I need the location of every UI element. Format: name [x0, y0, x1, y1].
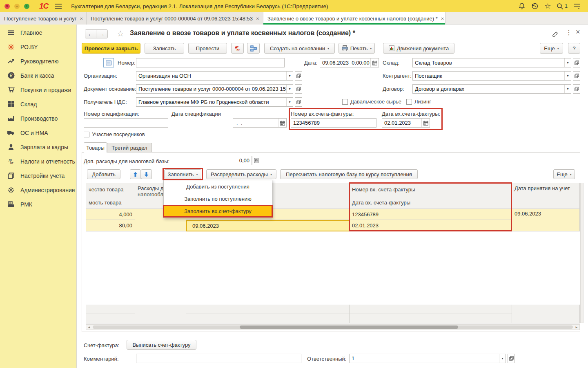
contract-open-icon[interactable] — [573, 84, 580, 94]
caret-down-icon[interactable]: ▾ — [286, 85, 293, 93]
caret-down-icon[interactable]: ▾ — [286, 98, 293, 106]
sidebar-item-rukovoditelyu[interactable]: Руководителю — [0, 54, 76, 68]
post-button[interactable]: Провести — [188, 43, 227, 54]
comment-input[interactable] — [136, 354, 301, 363]
menu-item-fill-by-receipt[interactable]: Заполнить по поступлению — [164, 193, 272, 205]
warehouse-open-icon[interactable] — [573, 58, 580, 67]
caret-down-icon[interactable]: ▾ — [564, 72, 571, 80]
responsible-combo[interactable]: 1 ▾ — [349, 354, 506, 363]
close-form-icon[interactable]: × — [576, 28, 580, 36]
in-invoice-number-input[interactable] — [291, 118, 376, 128]
scrollbar-thumb[interactable] — [240, 325, 458, 329]
sidebar-item-nalogi[interactable]: Дт Кт Налоги и отчетность — [0, 154, 76, 168]
caret-down-icon[interactable]: ▾ — [564, 85, 571, 93]
document-list-icon[interactable] — [103, 58, 114, 67]
panel-settings-icon[interactable] — [573, 3, 581, 9]
vat-receiver-open-icon[interactable] — [295, 97, 302, 107]
close-window-icon[interactable]: × — [4, 4, 10, 9]
cell-accept-date[interactable]: 09.06.2023 — [512, 209, 580, 231]
sidebar-item-administrirovanie[interactable]: Администрирование — [0, 183, 76, 197]
write-button[interactable]: Записать — [145, 43, 184, 54]
search-icon[interactable]: 1 — [557, 3, 568, 10]
distribute-costs-button[interactable]: Распределить расходы▾ — [206, 169, 276, 179]
number-input-field[interactable] — [138, 60, 282, 66]
document-movements-button[interactable]: Движения документа — [383, 43, 454, 54]
comment-input-field[interactable] — [138, 355, 299, 361]
column-header-invoice-date[interactable]: Дата вх. счета-фактуры — [350, 196, 512, 209]
add-row-button[interactable]: Добавить — [87, 169, 120, 179]
horizontal-scrollbar[interactable]: ◄ ► — [86, 324, 580, 330]
scroll-right-icon[interactable]: ► — [574, 325, 579, 329]
menu-item-fill-in-invoice[interactable]: Заполнить вх.счет-фактуру — [163, 205, 273, 218]
base-document-combo[interactable]: Поступление товаров и услуг 0000-000004 … — [136, 84, 293, 94]
spec-date-input[interactable]: . . — [233, 118, 287, 128]
tab-tovary[interactable]: Товары — [84, 142, 107, 153]
sidebar-item-glavnoe[interactable]: Главное — [0, 25, 76, 40]
column-header-cost[interactable]: мость товара — [86, 196, 135, 209]
help-button[interactable]: ? — [568, 43, 580, 54]
zoom-window-icon[interactable]: + — [24, 4, 29, 9]
leasing-checkbox[interactable]: Лизинг — [406, 99, 431, 105]
checkbox-box[interactable] — [406, 99, 412, 105]
sidebar-item-zarplata-kadry[interactable]: Зарплата и кадры — [0, 140, 76, 154]
extra-costs-input[interactable]: 0,00 — [175, 156, 252, 165]
favorite-star-icon[interactable]: ☆ — [117, 29, 124, 38]
back-icon[interactable]: ← — [85, 30, 96, 38]
main-menu-icon[interactable] — [55, 3, 62, 9]
tab-close-icon[interactable]: × — [256, 16, 259, 22]
cell-cost[interactable]: 80,00 — [86, 220, 135, 231]
dtkt-button[interactable]: Дт Кт — [231, 43, 244, 54]
print-button[interactable]: Печать▾ — [339, 43, 375, 54]
calendar-icon[interactable] — [421, 119, 430, 127]
notifications-bell-icon[interactable] — [518, 2, 526, 10]
checkbox-box[interactable] — [342, 99, 348, 105]
responsible-open-icon[interactable] — [508, 354, 515, 363]
scroll-left-icon[interactable]: ◄ — [86, 325, 92, 329]
cell-invoice-number[interactable]: 123456789 — [350, 209, 512, 220]
sidebar-item-proizvodstvo[interactable]: Производство — [0, 111, 76, 126]
create-on-base-button[interactable]: Создать на основании▾ — [264, 43, 335, 54]
menu-item-add-from-receipt[interactable]: Добавить из поступления — [164, 180, 272, 193]
sidebar-item-nastroyki-ucheta[interactable]: Настройки учета — [0, 168, 76, 183]
sidebar-item-rmk[interactable]: РМК — [0, 197, 76, 211]
more-dots-icon[interactable]: ⋮ — [566, 29, 572, 36]
cell-quantity[interactable]: 4,000 — [86, 209, 135, 220]
tab-close-icon[interactable]: × — [441, 16, 444, 22]
move-up-button[interactable] — [130, 169, 141, 179]
recalculate-base-button[interactable]: Пересчитать налоговую базу по курсу пост… — [280, 169, 418, 179]
sidebar-item-os-nma[interactable]: ОС и НМА — [0, 126, 76, 140]
organization-open-icon[interactable] — [295, 71, 302, 81]
table-more-button[interactable]: Еще▾ — [553, 169, 575, 179]
caret-down-icon[interactable]: ▾ — [499, 354, 506, 363]
in-invoice-date-input[interactable]: 02.01.2023 — [382, 118, 430, 128]
forward-icon[interactable]: → — [96, 30, 107, 38]
vertical-scrollbar[interactable] — [580, 183, 584, 323]
tab-tretiy-razdel[interactable]: Третий раздел — [107, 143, 152, 153]
get-link-icon[interactable] — [551, 30, 558, 37]
fill-button[interactable]: Заполнить▾ — [164, 169, 201, 179]
base-document-open-icon[interactable] — [295, 84, 302, 94]
calendar-icon[interactable] — [370, 58, 379, 67]
caret-down-icon[interactable]: ▾ — [564, 58, 571, 67]
warehouse-combo[interactable]: Склад Товаров ▾ — [412, 58, 571, 67]
counterparty-combo[interactable]: Поставщик ▾ — [412, 71, 571, 81]
move-down-button[interactable] — [141, 169, 152, 179]
tab-postuplenie-list[interactable]: Поступление товаров и услуг × — [0, 12, 87, 25]
calculator-icon[interactable] — [252, 156, 260, 165]
spec-number-input[interactable] — [84, 118, 168, 128]
sidebar-item-ro-by[interactable]: РО.BY — [0, 40, 76, 54]
tolling-checkbox[interactable]: Давальческое сырье — [342, 99, 401, 105]
vat-receiver-combo[interactable]: Главное управление МФ РБ по Гродненской … — [136, 97, 293, 107]
form-more-button[interactable]: Еще▾ — [540, 43, 563, 54]
structure-button[interactable] — [247, 43, 260, 54]
tab-close-icon[interactable]: × — [80, 16, 83, 22]
sidebar-item-sklad[interactable]: Склад — [0, 97, 76, 111]
in-invoice-number-input-field[interactable] — [293, 120, 374, 126]
spec-number-input-field[interactable] — [86, 120, 166, 126]
counterparty-open-icon[interactable] — [573, 71, 580, 81]
issue-invoice-button[interactable]: Выписать счет-фактуру — [127, 340, 196, 350]
sidebar-item-pokupki-prodazhi[interactable]: Покупки и продажи — [0, 83, 76, 97]
column-header-accept-date[interactable]: Дата принятия на учет — [512, 183, 580, 209]
sidebar-item-bank-kassa[interactable]: ₽ Банк и касса — [0, 68, 76, 83]
intermediaries-checkbox[interactable]: Участие посредников — [84, 131, 145, 137]
